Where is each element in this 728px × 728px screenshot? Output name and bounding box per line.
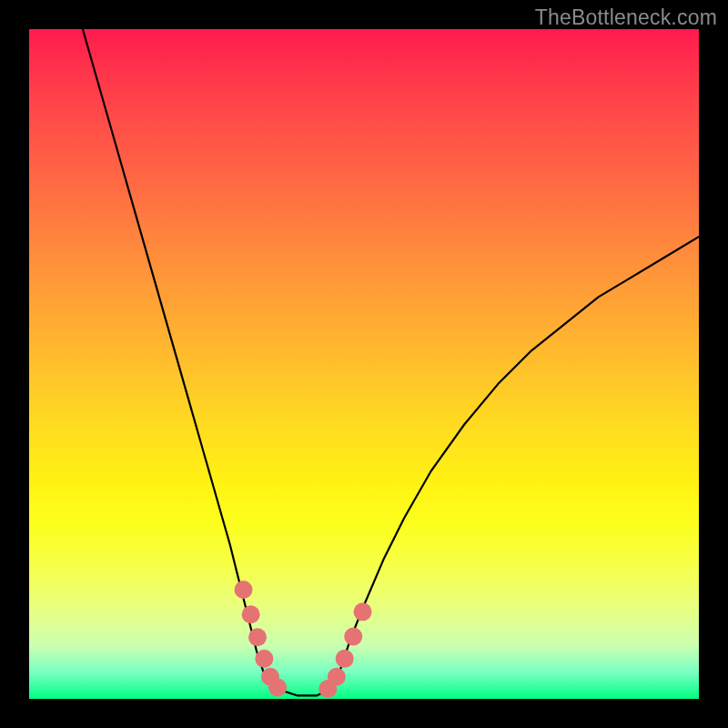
curve-marker (235, 581, 253, 599)
curve-marker (248, 628, 267, 646)
curve-marker (336, 650, 354, 668)
curve-marker (354, 602, 372, 621)
plot-area (29, 29, 699, 699)
curve-marker (328, 668, 346, 686)
curve-marker (344, 628, 362, 646)
curve-marker (255, 650, 273, 668)
marker-group-left (235, 581, 288, 696)
watermark-text: TheBottleneck.com (535, 5, 717, 30)
curve-layer (29, 29, 699, 699)
bottleneck-curve (83, 29, 699, 695)
curve-marker (242, 605, 260, 623)
chart-frame: TheBottleneck.com (0, 0, 728, 728)
curve-marker (268, 678, 287, 696)
marker-group-right (318, 602, 371, 698)
